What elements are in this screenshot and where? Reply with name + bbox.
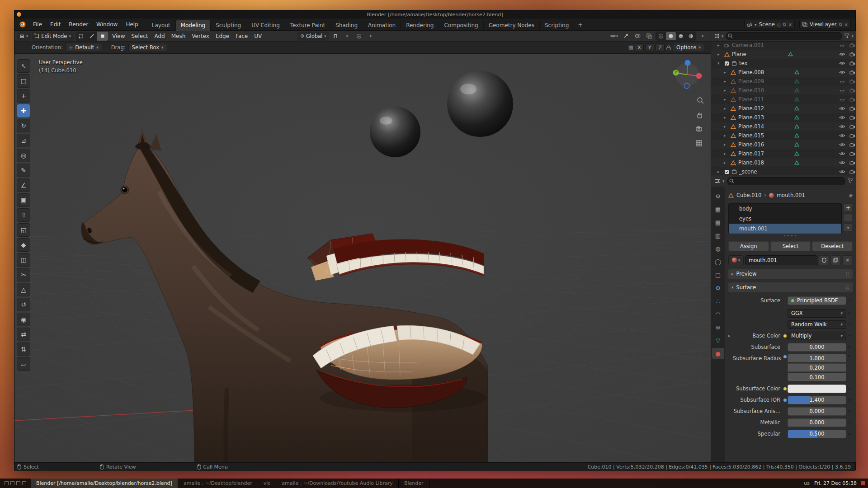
disclosure-triangle-icon[interactable] (717, 61, 722, 66)
pin-icon[interactable]: ◇ (777, 22, 781, 27)
gizmo-x-axis[interactable] (696, 73, 702, 79)
sss-method-dropdown[interactable]: Random Walk▾ (788, 320, 846, 329)
edge-select-button[interactable] (86, 32, 97, 41)
workspace-tab[interactable]: Rendering (401, 20, 439, 31)
proportional-falloff-dropdown[interactable]: ▾ (365, 32, 376, 41)
hide-in-viewport-icon[interactable] (838, 70, 846, 75)
vertex-select-button[interactable] (75, 32, 86, 41)
outliner-row[interactable]: Plane.017 (711, 149, 856, 158)
copy-icon[interactable]: ⧉ (783, 22, 786, 27)
properties-tab[interactable]: ⚙ (712, 191, 724, 202)
orientation-setting-dropdown[interactable]: ⊹ Default ▾ (66, 43, 102, 52)
transform-orientation-dropdown[interactable]: ⊕ Global ▾ (297, 32, 329, 41)
radius-z-field[interactable]: 0.100 (788, 373, 846, 381)
axis-toggle[interactable]: X (635, 43, 644, 52)
hide-in-viewport-icon[interactable] (838, 142, 846, 147)
window-titlebar[interactable]: Blender [/home/amalie/Desktop/blender/ho… (14, 10, 855, 19)
hide-in-viewport-icon[interactable] (838, 160, 846, 165)
axis-toggle[interactable]: Z (656, 43, 665, 52)
tool-button[interactable]: ◆ (17, 238, 30, 252)
gizmo-z-axis[interactable] (685, 60, 691, 66)
tool-button[interactable]: ▣ (17, 193, 30, 207)
properties-tab[interactable]: ● (712, 348, 724, 359)
tool-button[interactable]: ▱ (17, 357, 30, 371)
face-select-button[interactable] (97, 32, 108, 41)
workspace-tab[interactable]: Layout (147, 20, 176, 31)
subsurface-anisotropy-field[interactable]: 0.000 (788, 407, 846, 416)
chevron-down-icon[interactable]: ▾ (851, 34, 854, 38)
tool-button[interactable]: ◎ (17, 149, 30, 162)
tool-button[interactable]: ⇧ (17, 208, 30, 222)
collection-checkbox[interactable] (724, 61, 729, 66)
menu-item[interactable]: Mesh (168, 33, 189, 39)
menu-item[interactable]: Window (92, 19, 122, 30)
tool-button[interactable]: + (17, 89, 30, 103)
hide-in-viewport-icon[interactable] (838, 52, 846, 57)
shading-dropdown[interactable]: ▾ (697, 32, 708, 41)
workspace-tab[interactable]: Geometry Nodes (484, 20, 540, 31)
workspace-tab[interactable]: Scripting (540, 20, 574, 31)
disclosure-triangle-icon[interactable] (724, 151, 728, 156)
workspace-tab[interactable]: Texture Paint (285, 20, 330, 31)
menu-item[interactable]: Edge (212, 33, 232, 39)
outliner-row[interactable]: Plane.018 (711, 158, 856, 167)
properties-tab[interactable]: ⊗ (712, 322, 724, 333)
disable-in-render-icon[interactable] (848, 88, 856, 93)
viewlayer-selector[interactable]: ViewLayer ⧉ × (799, 20, 851, 29)
tool-button[interactable]: □ (17, 74, 30, 88)
options-dropdown[interactable]: Options ▾ (673, 43, 704, 52)
disclosure-triangle-icon[interactable] (717, 52, 722, 56)
expand-icon[interactable]: ▸ (728, 333, 733, 338)
properties-search-input[interactable] (727, 177, 845, 185)
tool-button[interactable]: ⇄ (17, 328, 30, 341)
disable-in-render-icon[interactable] (848, 160, 856, 165)
outliner-row[interactable]: Plane.015 (711, 131, 856, 140)
tool-button[interactable]: ◫ (17, 253, 30, 267)
disable-in-render-icon[interactable] (848, 124, 856, 129)
show-overlays-button[interactable] (632, 32, 643, 41)
menu-item[interactable]: Face (232, 33, 251, 39)
snap-grid-icon[interactable]: ▦ (628, 44, 633, 51)
workspace-tab[interactable]: Compositing (439, 20, 483, 31)
mode-dropdown[interactable]: Edit Mode ▾ (32, 32, 74, 41)
menu-item[interactable]: Add (151, 33, 168, 39)
workspace-tab[interactable]: UV Editing (246, 20, 285, 31)
new-material-button[interactable] (830, 255, 841, 265)
material-slot[interactable]: mouth.001 (729, 224, 841, 234)
tool-button[interactable]: ↖ (17, 59, 30, 73)
axis-toggle[interactable]: Y (645, 43, 654, 52)
properties-tab[interactable]: ◯ (712, 256, 724, 267)
disable-in-render-icon[interactable] (848, 106, 856, 111)
preview-panel-header[interactable]: ▸ Preview ⣿ (728, 269, 853, 279)
tool-button[interactable]: ◉ (17, 313, 30, 326)
workspace-tab[interactable]: Sculpting (211, 20, 246, 31)
disclosure-triangle-icon[interactable] (724, 106, 728, 111)
material-preview-button[interactable] (676, 32, 686, 40)
add-workspace-button[interactable]: + (574, 21, 586, 28)
action-button[interactable]: Deselect (812, 241, 853, 251)
disclosure-triangle-icon[interactable] (724, 79, 728, 84)
menu-item[interactable]: Help (122, 19, 142, 30)
workspace-pager[interactable] (5, 481, 26, 485)
properties-tab[interactable]: ⚙ (712, 282, 724, 293)
metallic-field[interactable]: 0.000 (788, 418, 846, 427)
close-icon[interactable]: × (844, 22, 848, 27)
workspace-tab[interactable]: Modeling (176, 20, 211, 31)
tool-button[interactable]: ⊿ (17, 134, 30, 147)
disclosure-triangle-icon[interactable] (724, 124, 728, 129)
subsurface-ior-field[interactable]: 1.400 (788, 396, 846, 404)
hide-in-viewport-icon[interactable] (838, 151, 846, 156)
wireframe-shading-button[interactable] (656, 32, 666, 40)
slot-specials-button[interactable]: ▾ (844, 223, 853, 232)
menu-item[interactable]: Render (65, 19, 92, 30)
scene-selector[interactable]: ▾ Scene ◇ ⧉ × (744, 20, 795, 29)
menu-item[interactable]: UV (251, 33, 265, 39)
menu-item[interactable]: File (29, 19, 46, 30)
tool-button[interactable]: ↺ (17, 298, 30, 311)
hide-in-viewport-icon[interactable] (838, 42, 846, 48)
disclosure-triangle-icon[interactable] (724, 142, 728, 147)
outliner-editor-icon[interactable] (714, 33, 720, 39)
hide-in-viewport-icon[interactable] (838, 106, 846, 111)
outliner-row[interactable]: Plane.014 (711, 122, 856, 131)
disclosure-triangle-icon[interactable] (724, 70, 728, 75)
